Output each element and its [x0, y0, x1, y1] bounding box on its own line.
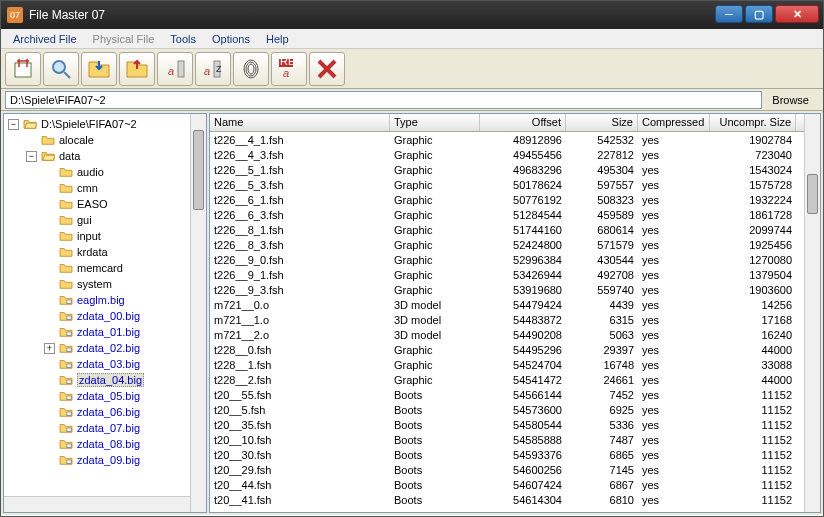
table-row[interactable]: t226__8_3.fshGraphic52424800571579yes192…: [210, 237, 820, 252]
search-button[interactable]: [43, 52, 79, 86]
cell-offset: 52996384: [480, 254, 566, 266]
cell-type: 3D model: [390, 329, 480, 341]
table-row[interactable]: t20__29.fshBoots546002567145yes11152: [210, 462, 820, 477]
cell-compressed: yes: [638, 269, 710, 281]
menu-archived-file[interactable]: Archived File: [5, 31, 85, 47]
delete-button[interactable]: [309, 52, 345, 86]
tree-item[interactable]: input: [4, 228, 206, 244]
expander-icon[interactable]: −: [8, 119, 19, 130]
cell-uncompr: 1379504: [710, 269, 796, 281]
cell-offset: 54600256: [480, 464, 566, 476]
extract-button[interactable]: [5, 52, 41, 86]
menu-tools[interactable]: Tools: [162, 31, 204, 47]
table-row[interactable]: t226__5_1.fshGraphic49683296495304yes154…: [210, 162, 820, 177]
cell-type: 3D model: [390, 314, 480, 326]
tree-item[interactable]: zdata_06.big: [4, 404, 206, 420]
cell-size: 7452: [566, 389, 638, 401]
table-row[interactable]: m721__1.o3D model544838726315yes17168: [210, 312, 820, 327]
cell-offset: 51744160: [480, 224, 566, 236]
tree-item[interactable]: −D:\Spiele\FIFA07~2: [4, 116, 206, 132]
cell-size: 508323: [566, 194, 638, 206]
cell-size: 6810: [566, 494, 638, 506]
tree-item[interactable]: zdata_05.big: [4, 388, 206, 404]
tree-item[interactable]: zdata_03.big: [4, 356, 206, 372]
table-row[interactable]: t20__30.fshBoots545933766865yes11152: [210, 447, 820, 462]
table-row[interactable]: t20__44.fshBoots546074246867yes11152: [210, 477, 820, 492]
cell-type: Graphic: [390, 374, 480, 386]
table-row[interactable]: t226__9_0.fshGraphic52996384430544yes127…: [210, 252, 820, 267]
table-row[interactable]: t226__9_1.fshGraphic53426944492708yes137…: [210, 267, 820, 282]
table-row[interactable]: t228__0.fshGraphic5449529629397yes44000: [210, 342, 820, 357]
table-row[interactable]: t226__6_1.fshGraphic50776192508323yes193…: [210, 192, 820, 207]
table-row[interactable]: t20__35.fshBoots545805445336yes11152: [210, 417, 820, 432]
expander-icon[interactable]: −: [26, 151, 37, 162]
tree-hscroll[interactable]: [4, 496, 190, 512]
menu-options[interactable]: Options: [204, 31, 258, 47]
table-row[interactable]: m721__0.o3D model544794244439yes14256: [210, 297, 820, 312]
list-vscroll[interactable]: [804, 114, 820, 512]
fingerprint-button[interactable]: [233, 52, 269, 86]
tree-item[interactable]: −data: [4, 148, 206, 164]
cell-name: t226__8_3.fsh: [210, 239, 390, 251]
compress-z-button[interactable]: az: [195, 52, 231, 86]
cell-name: t226__4_1.fsh: [210, 134, 390, 146]
browse-button[interactable]: Browse: [762, 94, 819, 106]
cell-compressed: yes: [638, 359, 710, 371]
path-input[interactable]: [5, 91, 762, 109]
tree-item[interactable]: audio: [4, 164, 206, 180]
table-row[interactable]: m721__2.o3D model544902085063yes16240: [210, 327, 820, 342]
col-name[interactable]: Name: [210, 114, 390, 131]
table-row[interactable]: t20__5.fshBoots545736006925yes11152: [210, 402, 820, 417]
tree-item[interactable]: zdata_07.big: [4, 420, 206, 436]
table-row[interactable]: t20__41.fshBoots546143046810yes11152: [210, 492, 820, 507]
table-row[interactable]: t228__2.fshGraphic5454147224661yes44000: [210, 372, 820, 387]
tree-item[interactable]: eaglm.big: [4, 292, 206, 308]
cell-type: Graphic: [390, 209, 480, 221]
menu-physical-file[interactable]: Physical File: [85, 31, 163, 47]
tree-item[interactable]: gui: [4, 212, 206, 228]
col-offset[interactable]: Offset: [480, 114, 566, 131]
table-row[interactable]: t226__8_1.fshGraphic51744160680614yes209…: [210, 222, 820, 237]
tree-item[interactable]: +zdata_02.big: [4, 340, 206, 356]
table-row[interactable]: t228__1.fshGraphic5452470416748yes33088: [210, 357, 820, 372]
tree-vscroll[interactable]: [190, 114, 206, 512]
col-uncompr[interactable]: Uncompr. Size: [710, 114, 796, 131]
cell-type: Graphic: [390, 179, 480, 191]
cell-type: Boots: [390, 449, 480, 461]
table-row[interactable]: t226__4_3.fshGraphic49455456227812yes723…: [210, 147, 820, 162]
cell-uncompr: 44000: [710, 344, 796, 356]
cell-type: Boots: [390, 419, 480, 431]
compress-a-button[interactable]: a: [157, 52, 193, 86]
export-folder-button[interactable]: [119, 52, 155, 86]
table-row[interactable]: t226__4_1.fshGraphic48912896542532yes190…: [210, 132, 820, 147]
col-size[interactable]: Size: [566, 114, 638, 131]
table-row[interactable]: t226__5_3.fshGraphic50178624597557yes157…: [210, 177, 820, 192]
tree-item[interactable]: zdata_09.big: [4, 452, 206, 468]
table-row[interactable]: t20__10.fshBoots545858887487yes11152: [210, 432, 820, 447]
table-row[interactable]: t20__55.fshBoots545661447452yes11152: [210, 387, 820, 402]
maximize-button[interactable]: ▢: [745, 5, 773, 23]
tree-item[interactable]: memcard: [4, 260, 206, 276]
tree-label: zdata_00.big: [77, 310, 140, 322]
table-row[interactable]: t226__9_3.fshGraphic53919680559740yes190…: [210, 282, 820, 297]
close-button[interactable]: ✕: [775, 5, 819, 23]
expander-icon[interactable]: +: [44, 343, 55, 354]
tree-item[interactable]: system: [4, 276, 206, 292]
tree-item[interactable]: cmn: [4, 180, 206, 196]
tree-item[interactable]: zdata_08.big: [4, 436, 206, 452]
cell-name: t20__30.fsh: [210, 449, 390, 461]
col-compressed[interactable]: Compressed: [638, 114, 710, 131]
tree-item[interactable]: zdata_01.big: [4, 324, 206, 340]
cell-uncompr: 1270080: [710, 254, 796, 266]
tree-item[interactable]: zdata_04.big: [4, 372, 206, 388]
rename-button[interactable]: RENa: [271, 52, 307, 86]
tree-item[interactable]: zdata_00.big: [4, 308, 206, 324]
tree-item[interactable]: alocale: [4, 132, 206, 148]
import-folder-button[interactable]: [81, 52, 117, 86]
table-row[interactable]: t226__6_3.fshGraphic51284544459589yes186…: [210, 207, 820, 222]
minimize-button[interactable]: ─: [715, 5, 743, 23]
tree-item[interactable]: krdata: [4, 244, 206, 260]
col-type[interactable]: Type: [390, 114, 480, 131]
tree-item[interactable]: EASO: [4, 196, 206, 212]
menu-help[interactable]: Help: [258, 31, 297, 47]
